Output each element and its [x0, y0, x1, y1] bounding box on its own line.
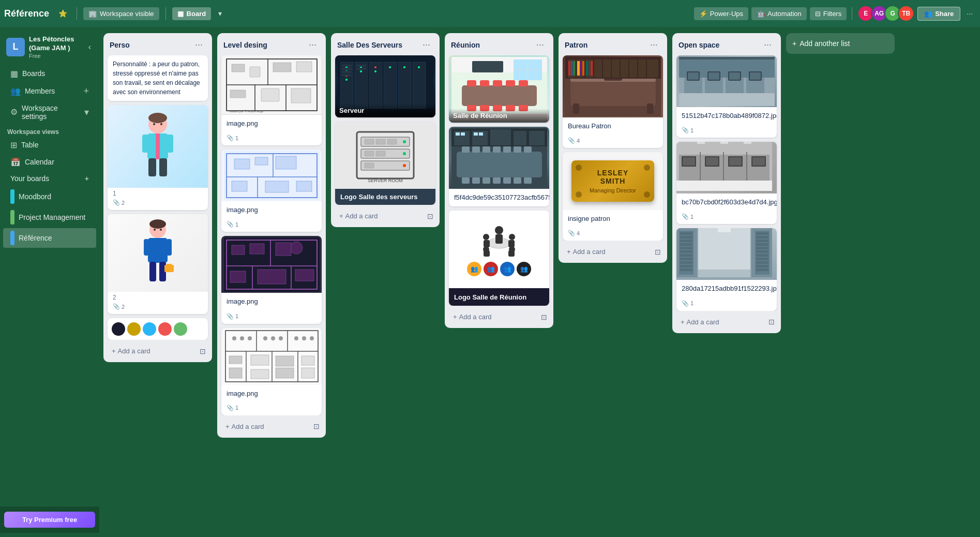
- more-button[interactable]: ···: [963, 7, 976, 20]
- card-openspace-1[interactable]: 51512b47c178b0ab489f0872.jpg 📎 1: [676, 55, 777, 138]
- column-openspace-menu[interactable]: ···: [761, 38, 775, 51]
- settings-icon: ⚙: [10, 107, 18, 117]
- blueprint-1-filename: image.png: [227, 119, 316, 128]
- card-meeting-room-2[interactable]: f5f4dc9de59c35107723acfb567540c7.jpg: [449, 127, 549, 206]
- column-level-menu[interactable]: ···: [306, 38, 320, 51]
- card-nameplate[interactable]: LESLEY SMITH Managing Director insigne p…: [563, 152, 663, 241]
- filters-button[interactable]: ⊟ Filters: [810, 7, 847, 20]
- add-member-icon[interactable]: +: [83, 86, 89, 97]
- card-character-1[interactable]: 1 📎 2: [108, 105, 208, 210]
- template-level-button[interactable]: ⊡: [311, 420, 322, 432]
- avatar-group: E AG G TB: [857, 5, 914, 22]
- avatar-tb[interactable]: TB: [898, 5, 914, 22]
- svg-rect-195: [594, 59, 602, 78]
- add-card-patron-button[interactable]: + Add a card: [563, 245, 651, 259]
- try-premium-button[interactable]: Try Premium free: [4, 512, 95, 528]
- column-reunion: Réunion ···: [445, 33, 553, 328]
- board-view-button[interactable]: ▦ Board: [172, 7, 212, 20]
- svg-rect-122: [365, 163, 374, 168]
- star-button[interactable]: ⭐: [55, 7, 70, 20]
- card-openspace-3[interactable]: 280da17215adbb91f1522293.jpg 📎 1: [676, 228, 777, 310]
- svg-rect-249: [680, 236, 692, 238]
- column-perso-menu[interactable]: ···: [192, 38, 206, 51]
- card-character-2[interactable]: 2 📎 2: [108, 214, 208, 314]
- add-card-level-button[interactable]: + Add a card: [221, 420, 309, 434]
- template-perso-button[interactable]: ⊡: [198, 345, 208, 357]
- svg-point-57: [290, 242, 303, 254]
- sidebar-item-calendar[interactable]: 📅 Calendar: [3, 154, 96, 170]
- sidebar-item-members[interactable]: 👥 Members +: [3, 83, 96, 100]
- automation-button[interactable]: 🤖 Automation: [751, 7, 807, 20]
- reunion-icon-2: 👥: [484, 262, 498, 276]
- svg-rect-85: [251, 369, 269, 379]
- sidebar-item-moodbord[interactable]: Moodbord: [3, 187, 96, 206]
- reunion-icon-1: 👥: [467, 262, 481, 276]
- add-card-serveurs-button[interactable]: + Add a card: [335, 209, 423, 223]
- svg-rect-45: [232, 181, 247, 191]
- svg-point-123: [403, 140, 406, 143]
- card-blueprint-4[interactable]: image.png 📎 1: [221, 328, 322, 415]
- template-openspace-button[interactable]: ⊡: [766, 316, 777, 328]
- svg-rect-34: [291, 88, 311, 103]
- reference-color: [10, 231, 14, 245]
- add-column-button[interactable]: + Add another list: [786, 33, 895, 54]
- add-card-openspace-button[interactable]: + Add a card: [676, 315, 764, 329]
- svg-point-124: [403, 152, 406, 155]
- svg-rect-56: [250, 244, 264, 254]
- openspace-2-footer: 📎 1: [676, 211, 777, 224]
- sidebar-item-reference[interactable]: Référence: [3, 228, 96, 248]
- svg-point-172: [495, 226, 503, 234]
- sidebar-collapse-button[interactable]: ‹: [86, 40, 93, 54]
- svg-rect-236: [683, 157, 695, 166]
- svg-rect-198: [621, 59, 628, 78]
- sidebar-item-table[interactable]: ⊞ Table: [3, 137, 96, 153]
- column-serveurs-menu[interactable]: ···: [419, 38, 433, 51]
- card-perso-desc[interactable]: Personnalité : a peur du patron, stressé…: [108, 55, 208, 101]
- template-patron-button[interactable]: ⊡: [653, 246, 663, 258]
- share-button[interactable]: 👥 Share: [917, 7, 960, 21]
- workspace-visible-button[interactable]: 🏢 Workspace visible: [83, 7, 159, 20]
- power-ups-label: Power-Ups: [710, 10, 743, 18]
- card-meeting-room[interactable]: Salle de Réunion: [449, 55, 549, 123]
- column-reunion-menu[interactable]: ···: [533, 38, 547, 51]
- openspace-3-footer: 📎 1: [676, 298, 777, 311]
- add-card-perso-button[interactable]: + Add a card: [108, 344, 195, 358]
- card-server-room[interactable]: Serveur: [335, 55, 435, 117]
- card-blueprint-2[interactable]: image.png 📎 1: [221, 150, 322, 232]
- svg-rect-255: [680, 258, 692, 260]
- card-blueprint-1[interactable]: réalisé par © Action Ergo image.png 📎 1: [221, 55, 322, 145]
- sidebar-your-boards-header: Your boards +: [3, 171, 96, 186]
- svg-rect-137: [519, 80, 528, 86]
- card-openspace-2[interactable]: bc70b7cbd0f2f603d3e4d7d4.jpg 📎 1: [676, 142, 777, 224]
- openspace-1-body: 51512b47c178b0ab489f0872.jpg: [676, 107, 777, 125]
- card-bureau-patron[interactable]: Bureau Patron 📎 4: [563, 55, 663, 148]
- svg-rect-151: [503, 146, 511, 153]
- card-color-swatches[interactable]: [108, 318, 208, 340]
- server-overlay-title: Serveur: [335, 103, 435, 117]
- power-ups-button[interactable]: ⚡ Power-Ups: [694, 7, 748, 20]
- sidebar-item-project-management[interactable]: Project Management: [3, 207, 96, 227]
- header-divider: [77, 7, 77, 20]
- nameplate-body: insigne patron: [563, 210, 663, 228]
- sidebar-item-boards[interactable]: ▦ Boards: [3, 66, 96, 82]
- add-board-icon[interactable]: +: [85, 174, 89, 183]
- svg-rect-199: [629, 59, 637, 78]
- nameplate-subtitle: Managing Director: [584, 187, 642, 193]
- template-reunion-button[interactable]: ⊡: [539, 311, 549, 323]
- workspace-info: L Les Pétoncles (Game JAM ) Free ‹: [0, 31, 99, 65]
- svg-point-73: [248, 336, 252, 340]
- board-dropdown-button[interactable]: ▾: [215, 7, 225, 20]
- card-logo-server[interactable]: SERVER ROOM Logo Salle des serveurs: [335, 122, 435, 205]
- card-blueprint-3[interactable]: image.png 📎 1: [221, 236, 322, 323]
- card-logo-reunion[interactable]: 👥 👥 👥 👥 Logo Salle de Réunion: [449, 211, 549, 306]
- column-patron-menu[interactable]: ···: [647, 38, 661, 51]
- boards-label: Boards: [22, 69, 45, 78]
- logo-reunion-image: 👥 👥 👥 👥: [449, 211, 549, 288]
- sidebar-item-workspace-settings[interactable]: ⚙ Workspace settings ▾: [3, 101, 96, 124]
- svg-rect-84: [229, 368, 242, 378]
- bureau-patron-svg: [565, 57, 661, 116]
- template-serveurs-button[interactable]: ⊡: [425, 210, 435, 222]
- add-card-reunion-button[interactable]: + Add a card: [449, 310, 537, 324]
- openspace-1-footer: 📎 1: [676, 125, 777, 138]
- svg-rect-225: [679, 57, 775, 59]
